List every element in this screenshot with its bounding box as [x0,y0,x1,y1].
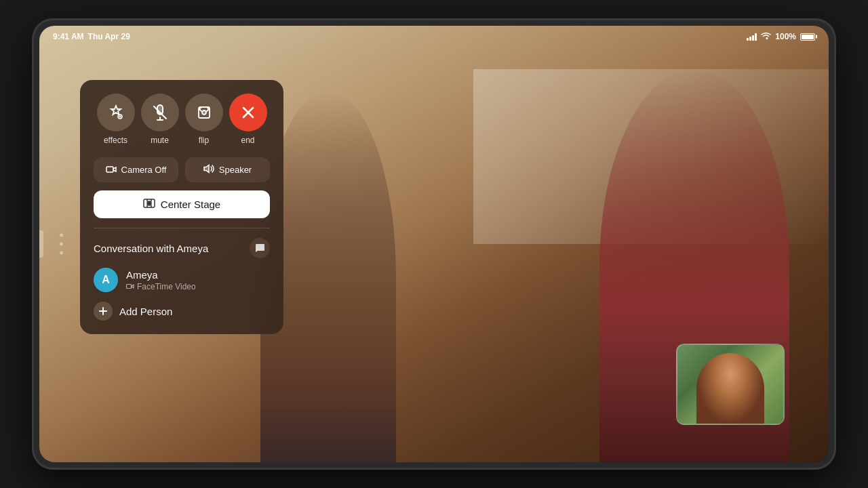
signal-icon [747,33,757,41]
side-dot [60,243,63,246]
participant-avatar: A [94,268,118,292]
ipad-frame: 9:41 AM Thu Apr 29 100% [34,20,834,468]
side-dot [60,234,63,237]
add-person-icon [94,302,113,321]
participant-info: Ameya FaceTime Video [126,269,270,291]
camera-off-label: Camera Off [121,165,167,175]
side-indicators [60,234,63,255]
mute-button[interactable]: mute [141,94,179,145]
main-controls: effects mute [94,94,270,145]
camera-off-icon [106,165,117,176]
participant-name: Ameya [126,269,270,281]
pull-tab[interactable] [39,230,43,258]
svg-point-10 [148,203,150,205]
speaker-button[interactable]: Speaker [185,157,270,182]
status-bar: 9:41 AM Thu Apr 29 100% [39,26,829,47]
ipad-screen: 9:41 AM Thu Apr 29 100% [39,26,829,462]
side-dot [60,251,63,255]
participant-row: A Ameya FaceTime Video [94,268,270,292]
end-icon-circle [229,94,267,131]
speaker-label: Speaker [219,165,252,175]
end-label: end [241,136,254,145]
flip-button[interactable]: flip [185,94,223,145]
svg-rect-7 [106,167,113,172]
divider [94,228,270,228]
wifi-icon [761,33,771,41]
conversation-header: Conversation with Ameya [94,238,270,258]
flip-icon-circle [185,94,223,131]
flip-label: flip [199,136,209,145]
svg-point-4 [202,110,206,115]
conversation-title: Conversation with Ameya [94,243,208,254]
status-date: Thu Apr 29 [88,32,130,41]
secondary-controls: Camera Off Speaker [94,157,270,182]
add-person-label: Add Person [119,306,172,317]
svg-rect-11 [127,285,132,289]
mute-label: mute [151,136,169,145]
speaker-icon [203,164,214,176]
self-view-thumbnail[interactable] [676,344,785,425]
center-stage-button[interactable]: Center Stage [94,190,270,218]
control-panel: effects mute [80,80,283,334]
add-person-button[interactable]: Add Person [94,302,270,321]
end-button[interactable]: end [229,94,267,145]
center-stage-label: Center Stage [161,199,220,210]
effects-label: effects [104,136,127,145]
battery-percent: 100% [775,32,796,41]
message-button[interactable] [250,238,270,258]
self-view-person [696,353,764,424]
effects-icon-circle [97,94,135,131]
participant-status: FaceTime Video [126,282,270,291]
battery-icon [800,33,815,41]
status-time: 9:41 AM [53,32,84,41]
center-stage-icon [143,199,155,210]
camera-off-button[interactable]: Camera Off [94,157,178,182]
effects-button[interactable]: effects [97,94,135,145]
mute-icon-circle [141,94,179,131]
